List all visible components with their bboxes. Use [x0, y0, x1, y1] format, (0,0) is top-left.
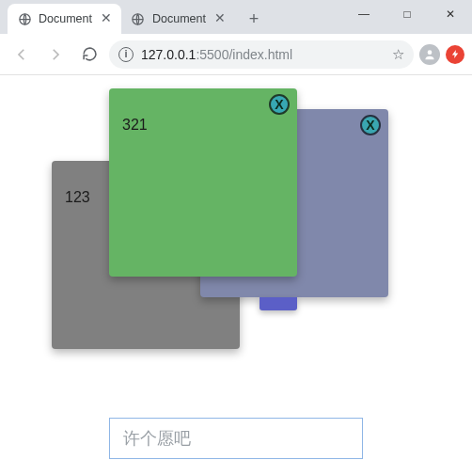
url-port: :5500 [196, 47, 228, 62]
arrow-left-icon [13, 46, 30, 63]
site-info-icon[interactable]: i [118, 47, 134, 62]
hidden-card-edge [260, 297, 297, 310]
svg-point-2 [428, 50, 433, 55]
card-close-button[interactable]: X [269, 94, 290, 115]
extension-badge[interactable] [446, 45, 464, 64]
close-icon[interactable]: ✕ [212, 11, 228, 26]
person-icon [423, 48, 436, 61]
url-host: 127.0.0.1 [141, 47, 196, 62]
plus-icon: + [249, 9, 260, 29]
reload-icon [82, 46, 98, 62]
globe-icon [17, 11, 32, 26]
reload-button[interactable] [75, 40, 103, 69]
wish-input[interactable] [109, 418, 363, 459]
window-close-button[interactable]: ✕ [429, 0, 472, 28]
tab-title: Document [39, 12, 92, 25]
url-path: /index.html [228, 47, 292, 62]
wish-card-text: 321 [122, 117, 148, 133]
tab-active[interactable]: Document ✕ [8, 4, 121, 34]
url-text: 127.0.0.1:5500/index.html [141, 47, 385, 62]
globe-icon [131, 11, 146, 26]
titlebar: Document ✕ Document ✕ + — □ ✕ [0, 0, 472, 34]
address-bar[interactable]: i 127.0.0.1:5500/index.html ☆ [109, 40, 414, 69]
bookmark-star-icon[interactable]: ☆ [392, 46, 404, 63]
forward-button[interactable] [41, 40, 70, 69]
bolt-icon [450, 49, 461, 59]
arrow-right-icon [47, 46, 64, 63]
maximize-button[interactable]: □ [385, 0, 429, 28]
window-controls: — □ ✕ [342, 0, 472, 30]
wish-card-green[interactable]: 321 X [109, 88, 297, 277]
close-icon: X [366, 119, 374, 132]
wish-card-text: 123 [65, 189, 90, 205]
close-icon[interactable]: ✕ [99, 11, 114, 26]
close-icon: X [275, 98, 283, 111]
card-close-button[interactable]: X [360, 115, 381, 135]
back-button[interactable] [8, 40, 36, 69]
tab-title: Document [152, 12, 206, 25]
new-tab-button[interactable]: + [241, 6, 267, 32]
profile-avatar[interactable] [419, 44, 440, 65]
page-viewport: 123 X X 321 X [0, 75, 472, 476]
toolbar: i 127.0.0.1:5500/index.html ☆ [0, 34, 472, 75]
browser-chrome: Document ✕ Document ✕ + — □ ✕ [0, 0, 472, 75]
tab-inactive[interactable]: Document ✕ [121, 4, 235, 34]
minimize-button[interactable]: — [342, 0, 385, 28]
